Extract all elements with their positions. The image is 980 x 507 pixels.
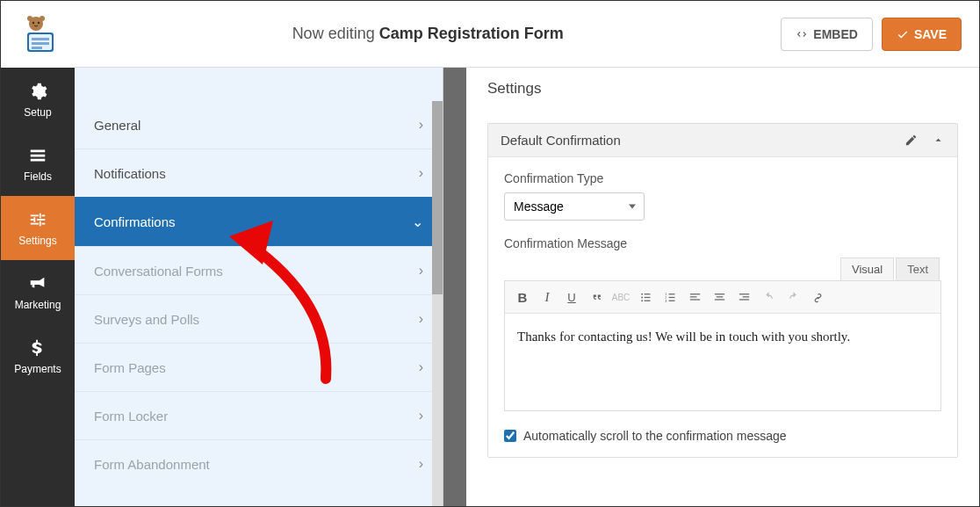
leftnav-payments[interactable]: Payments: [1, 324, 75, 388]
main-panel: Settings Default Confirmation Confirmati…: [466, 68, 979, 506]
undo-icon: [762, 291, 775, 304]
link-icon: [811, 291, 825, 304]
editing-title: Now editing Camp Registration Form: [75, 25, 781, 43]
editor-body[interactable]: Thanks for contacting us! We will be in …: [505, 314, 940, 410]
wpforms-logo-icon: [17, 13, 59, 55]
svg-rect-23: [689, 296, 696, 297]
card-body: Confirmation Type Message Confirmation M…: [488, 157, 957, 457]
svg-rect-24: [689, 299, 699, 300]
embed-label: EMBED: [813, 27, 858, 41]
toolbar-undo-button[interactable]: [758, 286, 779, 308]
sub-item-notifications[interactable]: Notifications ›: [75, 148, 443, 197]
chevron-right-icon: ›: [419, 359, 423, 375]
pencil-icon[interactable]: [904, 134, 918, 147]
leftnav-settings[interactable]: Settings: [1, 196, 75, 260]
svg-rect-15: [644, 300, 650, 301]
bullhorn-icon: [28, 274, 47, 293]
svg-rect-26: [716, 296, 723, 297]
toolbar-underline-button[interactable]: U: [561, 286, 582, 308]
svg-rect-19: [668, 293, 674, 294]
leftnav-label: Settings: [18, 235, 56, 247]
scrollbar-thumb[interactable]: [432, 101, 443, 294]
align-right-icon: [738, 291, 751, 304]
sub-item-label: Form Locker: [94, 409, 168, 424]
autoscroll-checkbox-row[interactable]: Automatically scroll to the confirmation…: [504, 429, 941, 443]
settings-subpanel: General › Notifications › Confirmations …: [75, 68, 443, 506]
svg-rect-21: [668, 300, 674, 301]
confirmation-type-select[interactable]: Message: [504, 192, 645, 221]
toolbar-quote-button[interactable]: [586, 286, 607, 308]
toolbar-align-right-button[interactable]: [733, 286, 754, 308]
svg-point-11: [641, 296, 643, 298]
chevron-right-icon: ›: [419, 311, 423, 327]
sub-item-label: Notifications: [94, 166, 166, 181]
sub-item-form-abandonment[interactable]: Form Abandonment ›: [75, 439, 443, 488]
svg-rect-7: [32, 38, 49, 40]
leftnav-setup[interactable]: Setup: [1, 68, 75, 132]
toolbar-link-button[interactable]: [807, 286, 828, 308]
toolbar-align-center-button[interactable]: [709, 286, 730, 308]
leftnav-fields[interactable]: Fields: [1, 132, 75, 196]
leftnav-marketing[interactable]: Marketing: [1, 260, 75, 324]
sub-item-label: Conversational Forms: [94, 264, 223, 279]
svg-rect-22: [689, 293, 699, 294]
confirmation-type-select-wrap: Message: [504, 192, 645, 221]
leftnav-label: Setup: [24, 106, 51, 119]
toolbar-bold-button[interactable]: B: [512, 286, 533, 308]
sub-item-confirmations[interactable]: Confirmations ⌄: [75, 197, 443, 246]
app-logo: [1, 1, 75, 68]
list-icon: [28, 146, 47, 165]
save-label: SAVE: [914, 27, 947, 41]
main-inner: Default Confirmation Confirmation Type M…: [466, 111, 979, 479]
toolbar-redo-button[interactable]: [782, 286, 803, 308]
editor-toolbar: B I U ABC 123: [505, 281, 940, 314]
embed-button[interactable]: EMBED: [781, 18, 873, 51]
page-title: Settings: [466, 68, 979, 111]
svg-rect-9: [32, 47, 42, 49]
leftnav-label: Fields: [24, 170, 52, 183]
autoscroll-label: Automatically scroll to the confirmation…: [523, 429, 787, 443]
editor-tabs: Visual Text: [504, 257, 941, 280]
autoscroll-checkbox[interactable]: [504, 430, 516, 442]
leftnav-label: Payments: [14, 363, 61, 375]
sub-item-conversational-forms[interactable]: Conversational Forms ›: [75, 246, 443, 294]
list-ul-icon: [639, 291, 652, 304]
sub-item-general[interactable]: General ›: [75, 101, 443, 148]
sub-item-form-pages[interactable]: Form Pages ›: [75, 343, 443, 391]
chevron-right-icon: ›: [419, 165, 423, 181]
leftnav-label: Marketing: [15, 299, 61, 311]
editor-wrap: Visual Text B I U ABC 123: [504, 257, 941, 411]
svg-text:3: 3: [665, 299, 667, 302]
chevron-right-icon: ›: [419, 263, 423, 279]
toolbar-ul-button[interactable]: [635, 286, 656, 308]
chevron-up-icon[interactable]: [932, 134, 945, 147]
settings-sublist: General › Notifications › Confirmations …: [75, 101, 443, 488]
svg-rect-30: [739, 299, 748, 300]
card-title: Default Confirmation: [501, 133, 621, 148]
rich-editor: B I U ABC 123: [504, 280, 941, 411]
editor-tab-visual[interactable]: Visual: [840, 257, 894, 280]
svg-rect-25: [714, 293, 724, 294]
svg-point-2: [40, 16, 45, 21]
svg-point-12: [641, 300, 643, 301]
save-button[interactable]: SAVE: [882, 18, 962, 51]
chevron-right-icon: ›: [419, 117, 423, 133]
toolbar-ol-button[interactable]: 123: [659, 286, 681, 308]
card-header-actions: [904, 134, 945, 147]
sub-item-surveys[interactable]: Surveys and Polls ›: [75, 294, 443, 343]
sliders-icon: [28, 210, 47, 229]
editor-tab-text[interactable]: Text: [896, 257, 940, 280]
list-ol-icon: 123: [664, 291, 677, 304]
svg-rect-20: [668, 296, 674, 297]
toolbar-strike-button[interactable]: ABC: [610, 286, 631, 308]
redo-icon: [787, 291, 800, 304]
sub-item-form-locker[interactable]: Form Locker ›: [75, 391, 443, 439]
chevron-right-icon: ›: [419, 456, 423, 472]
align-center-icon: [713, 291, 726, 304]
subpanel-scrollbar[interactable]: [432, 101, 443, 506]
body: Setup Fields Settings Marketing Payments…: [1, 68, 979, 506]
toolbar-italic-button[interactable]: I: [537, 286, 558, 308]
svg-rect-8: [32, 42, 49, 45]
toolbar-align-left-button[interactable]: [684, 286, 705, 308]
topbar-actions: EMBED SAVE: [781, 18, 962, 51]
